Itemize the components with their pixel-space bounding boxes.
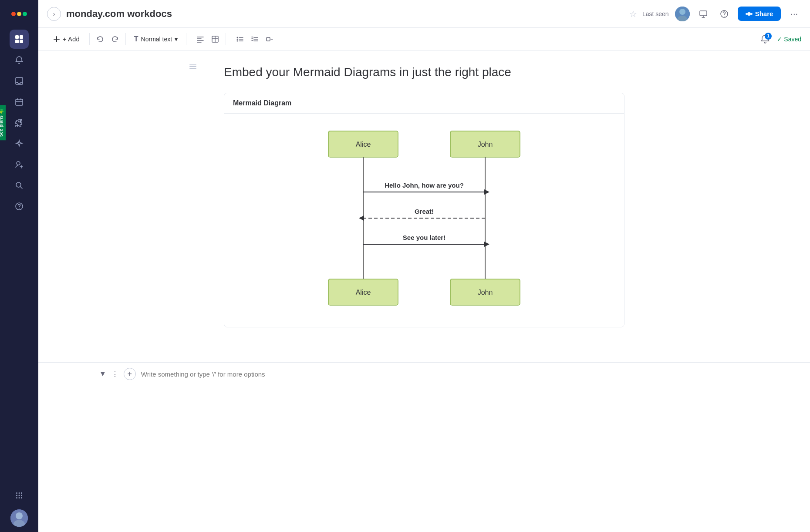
undo-button[interactable]	[93, 32, 107, 46]
sidebar-item-search[interactable]	[10, 176, 29, 195]
svg-marker-43	[359, 215, 364, 221]
help-icon	[15, 202, 24, 211]
svg-point-12	[21, 492, 22, 494]
toolbar: + Add T Normal text ▾	[38, 28, 810, 51]
svg-point-18	[21, 497, 22, 498]
svg-point-28	[747, 12, 751, 16]
plus-icon	[53, 36, 60, 43]
text-style-dropdown[interactable]: T Normal text ▾	[129, 33, 182, 46]
last-seen-avatar-image	[675, 7, 690, 21]
svg-point-29	[746, 13, 747, 15]
align-left-icon	[196, 35, 204, 43]
table-button[interactable]	[208, 32, 222, 46]
block-input[interactable]	[141, 370, 749, 378]
checkbox-button[interactable]	[263, 32, 277, 46]
numbered-list-icon	[251, 35, 259, 43]
toolbar-divider-1	[89, 33, 90, 45]
avatar-image	[10, 509, 28, 527]
sparkle-icon	[15, 139, 24, 148]
svg-point-13	[16, 495, 17, 496]
diagram-body: Alice John Hello John, how are you?	[224, 114, 624, 327]
diagram-section: Mermaid Diagram Alice John	[224, 93, 624, 327]
text-style-chevron: ▾	[175, 36, 178, 43]
sequence-diagram: Alice John Hello John, how are you?	[302, 127, 546, 310]
notifications-button[interactable]: 1	[758, 32, 773, 47]
svg-point-11	[19, 492, 20, 494]
last-seen-label: Last seen	[642, 10, 669, 17]
notification-badge: 1	[765, 33, 772, 40]
alice-bottom-label: Alice	[356, 289, 371, 296]
numbered-list-button[interactable]	[248, 32, 262, 46]
sidebar-item-puzzle[interactable]: See plans 🧩	[10, 113, 29, 132]
format-buttons-group	[193, 32, 222, 46]
share-label: Share	[755, 10, 773, 17]
share-button[interactable]: Share	[738, 7, 781, 21]
more-options-button[interactable]: ···	[787, 7, 801, 20]
help-button[interactable]	[717, 7, 732, 21]
toolbar-divider-4	[226, 33, 226, 45]
block-handle[interactable]	[189, 63, 197, 73]
sidebar-item-grid[interactable]	[10, 30, 29, 49]
search-icon	[15, 181, 24, 190]
svg-point-14	[19, 495, 20, 496]
sidebar-item-person-add[interactable]	[10, 155, 29, 174]
redo-button[interactable]	[108, 32, 122, 46]
header-right-actions: Last seen	[642, 7, 801, 21]
sidebar-item-help[interactable]	[10, 197, 29, 216]
svg-rect-0	[15, 35, 19, 39]
svg-point-6	[17, 162, 20, 165]
text-style-t-icon: T	[134, 35, 138, 43]
bullet-list-button[interactable]	[233, 32, 247, 46]
main-area: › monday.com workdocs ☆ Last seen	[38, 0, 810, 532]
apps-icon	[15, 491, 24, 500]
toolbar-divider-2	[125, 33, 126, 45]
puzzle-icon	[15, 118, 24, 127]
svg-marker-41	[484, 189, 489, 195]
sidebar-item-bell[interactable]	[10, 51, 29, 70]
svg-point-27	[724, 16, 725, 17]
chevron-right-icon: ›	[53, 10, 55, 17]
sidebar: See plans 🧩	[0, 0, 38, 532]
svg-rect-25	[700, 11, 707, 16]
document-heading: Embed your Mermaid Diagrams in just the …	[224, 64, 624, 81]
document-area: Embed your Mermaid Diagrams in just the …	[38, 51, 810, 532]
drag-handle-button[interactable]: ⋮	[111, 370, 118, 378]
john-top-label: John	[478, 141, 493, 148]
sidebar-item-calendar[interactable]	[10, 92, 29, 111]
undo-icon	[96, 35, 104, 43]
inbox-icon	[15, 77, 24, 85]
bell-icon	[15, 56, 24, 64]
see-plans-badge[interactable]: See plans 🧩	[0, 105, 6, 141]
svg-point-33	[237, 38, 238, 40]
redo-icon	[111, 35, 119, 43]
svg-point-7	[16, 182, 21, 187]
collapse-button[interactable]: ›	[47, 7, 61, 21]
svg-rect-1	[20, 35, 23, 39]
question-icon	[720, 10, 729, 18]
block-handle-icon	[189, 63, 197, 71]
svg-point-23	[679, 9, 685, 15]
align-left-button[interactable]	[193, 32, 207, 46]
add-block-button[interactable]: +	[124, 368, 136, 380]
table-icon	[211, 35, 219, 43]
svg-point-9	[19, 208, 20, 209]
document-content: Embed your Mermaid Diagrams in just the …	[163, 51, 685, 362]
star-icon[interactable]: ☆	[629, 9, 637, 19]
svg-rect-2	[15, 40, 19, 43]
svg-rect-35	[267, 37, 270, 41]
toolbar-right: 1 ✓ Saved	[758, 32, 801, 47]
add-button[interactable]: + Add	[47, 33, 86, 45]
saved-indicator: ✓ Saved	[777, 36, 801, 43]
sidebar-item-apps[interactable]	[10, 486, 29, 505]
checkmark-icon: ✓	[777, 36, 782, 43]
collapse-arrow-button[interactable]: ▼	[99, 370, 106, 378]
user-avatar[interactable]	[10, 509, 28, 527]
john-bottom-label: John	[478, 289, 493, 296]
sidebar-item-sparkle[interactable]	[10, 134, 29, 153]
svg-rect-5	[16, 99, 23, 105]
toolbar-divider-3	[186, 33, 186, 45]
saved-text: Saved	[784, 36, 801, 43]
presentation-mode-button[interactable]	[696, 7, 711, 21]
sidebar-item-inbox[interactable]	[10, 71, 29, 91]
app-logo[interactable]	[10, 5, 28, 23]
